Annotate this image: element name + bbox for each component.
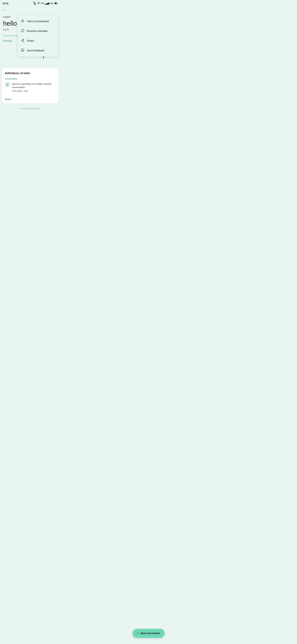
status-bar: 16:25 LTE ▂▄▆ 60% <box>0 0 60 6</box>
battery-level: 60% <box>50 2 54 4</box>
feedback-icon <box>21 48 24 53</box>
def-example-1: "hello there, Kati <box>12 90 55 92</box>
menu-item-reverse[interactable]: Reverse translate <box>18 26 58 36</box>
svg-rect-6 <box>55 3 56 4</box>
svg-line-12 <box>22 40 23 40</box>
menu-label-phrasebook: Add to phrasebook <box>27 20 49 23</box>
signal-bars: ▂▄▆ <box>45 2 49 4</box>
mute-icon <box>33 2 36 5</box>
definition-item-1: 1 used as a greeting or to begin a phone… <box>5 82 55 92</box>
top-nav: ← <box>0 6 60 14</box>
noun-label: Noun <box>5 98 55 100</box>
status-icons: LTE ▂▄▆ 60% <box>33 2 58 5</box>
menu-item-feedback[interactable]: Send feedback <box>18 46 58 56</box>
definitions-card: Definitions of hello Exclamation 1 used … <box>2 68 58 104</box>
star-icon <box>21 19 24 24</box>
definitions-title: Definitions of hello <box>5 72 55 75</box>
share-icon <box>21 39 24 43</box>
target-language-label: Persian <box>3 40 12 42</box>
def-content-1: used as a greeting or to begin a phone c… <box>12 82 55 92</box>
menu-item-phrasebook[interactable]: Add to phrasebook <box>18 16 58 26</box>
def-text-1: used as a greeting or to begin a phone c… <box>12 82 55 89</box>
menu-item-share[interactable]: Share <box>18 36 58 46</box>
def-number-1: 1 <box>5 82 10 87</box>
home-indicator <box>20 108 40 109</box>
menu-label-share: Share <box>27 39 34 42</box>
pos-label-exclamation: Exclamation <box>5 78 55 80</box>
back-button[interactable]: ← <box>2 7 7 12</box>
wifi-icon <box>37 2 40 5</box>
menu-label-reverse: Reverse translate <box>27 30 47 33</box>
svg-marker-7 <box>21 20 24 22</box>
lte-label: LTE <box>41 2 44 4</box>
status-time: 16:25 <box>2 2 8 5</box>
dropdown-menu: Add to phrasebook Reverse translate <box>18 15 58 57</box>
reverse-arrows-icon <box>21 29 24 33</box>
menu-label-feedback: Send feedback <box>27 49 44 52</box>
svg-line-11 <box>22 40 23 41</box>
battery-icon <box>54 2 58 5</box>
